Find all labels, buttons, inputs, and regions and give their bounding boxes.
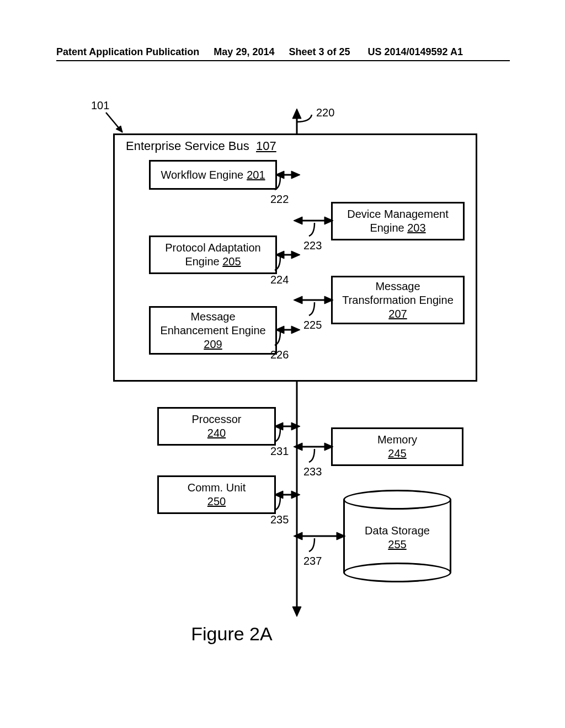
figure-caption: Figure 2A: [166, 623, 298, 645]
svg-marker-30: [294, 532, 302, 540]
svg-marker-31: [337, 532, 345, 540]
storage-bus-ref: 237: [303, 555, 322, 568]
storage-bus-connector: [0, 0, 565, 728]
